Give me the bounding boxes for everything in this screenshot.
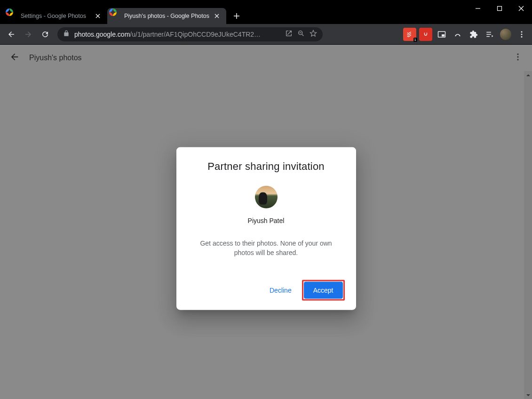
browser-tab-settings[interactable]: Settings - Google Photos	[4, 8, 107, 24]
svg-line-12	[302, 34, 303, 36]
extension-badge: 1	[413, 38, 417, 42]
accept-button-highlight: Accept	[302, 280, 345, 301]
dialog-actions: Decline Accept	[188, 280, 345, 301]
dialog-description: Get access to their photos. None of your…	[188, 238, 345, 257]
open-in-new-icon[interactable]	[285, 30, 293, 39]
lock-icon	[63, 30, 70, 39]
media-control-icon[interactable]	[483, 28, 496, 41]
svg-point-18	[521, 33, 523, 35]
bookmark-star-icon[interactable]	[310, 30, 317, 39]
url-text: photos.google.com/u/1/partner/AF1QipOhCC…	[74, 31, 280, 38]
page-content: Piyush's photos Partner sharing invitati…	[0, 45, 532, 399]
browser-toolbar: photos.google.com/u/1/partner/AF1QipOhCC…	[0, 24, 532, 45]
window-minimize-button[interactable]	[467, 0, 489, 17]
extension-generic-icon[interactable]	[451, 28, 464, 41]
google-photos-favicon	[9, 12, 17, 20]
nav-reload-button[interactable]	[38, 27, 53, 42]
address-bar[interactable]: photos.google.com/u/1/partner/AF1QipOhCC…	[57, 27, 323, 41]
window-titlebar	[0, 0, 532, 7]
accept-button[interactable]: Accept	[304, 282, 343, 299]
browser-tab-partner-photos[interactable]: Piyush's photos - Google Photos	[107, 8, 226, 24]
partner-avatar	[255, 185, 278, 208]
partner-name: Piyush Patel	[188, 216, 345, 224]
close-tab-icon[interactable]	[94, 12, 102, 20]
svg-point-15	[455, 35, 456, 36]
browser-tab-label: Piyush's photos - Google Photos	[124, 13, 209, 19]
svg-rect-1	[498, 7, 502, 11]
extension-ublock-icon[interactable]	[419, 28, 432, 41]
google-photos-favicon	[113, 12, 120, 20]
decline-button[interactable]: Decline	[264, 282, 297, 299]
extension-area: 1	[403, 28, 528, 41]
extension-todoist-icon[interactable]: 1	[403, 28, 416, 41]
extension-pip-icon[interactable]	[435, 28, 448, 41]
nav-forward-button[interactable]	[21, 27, 36, 42]
nav-back-button[interactable]	[4, 27, 19, 42]
svg-point-19	[521, 36, 523, 37]
svg-point-16	[459, 35, 460, 36]
svg-point-17	[521, 31, 523, 32]
browser-menu-icon[interactable]	[515, 28, 528, 41]
browser-tabstrip: Settings - Google Photos Piyush's photos…	[0, 7, 532, 24]
svg-rect-14	[442, 34, 445, 37]
window-close-button[interactable]	[510, 0, 532, 17]
zoom-out-icon[interactable]	[297, 30, 305, 39]
window-controls	[467, 0, 532, 17]
close-tab-icon[interactable]	[213, 12, 221, 20]
dialog-title: Partner sharing invitation	[188, 160, 345, 172]
window-maximize-button[interactable]	[489, 0, 510, 17]
new-tab-button[interactable]	[230, 9, 243, 23]
partner-sharing-invitation-dialog: Partner sharing invitation Piyush Patel …	[176, 147, 356, 310]
profile-avatar[interactable]	[499, 28, 512, 41]
extensions-menu-icon[interactable]	[467, 28, 480, 41]
browser-tab-label: Settings - Google Photos	[21, 13, 90, 19]
